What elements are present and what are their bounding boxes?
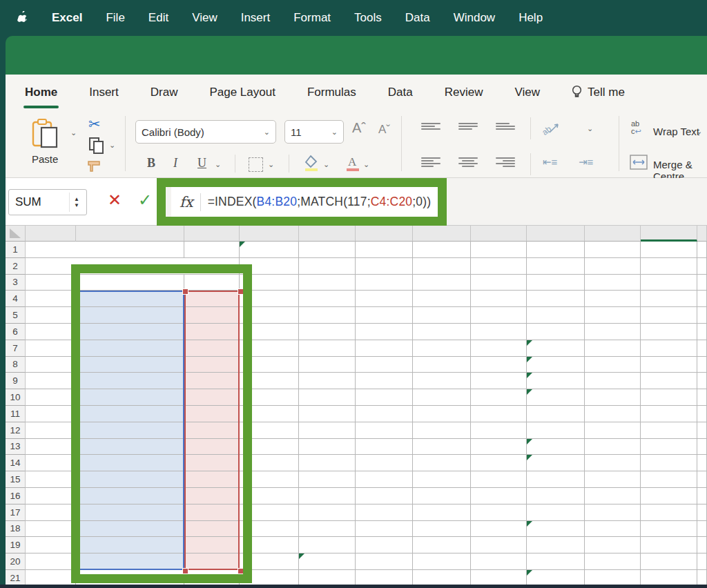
cell-B16[interactable] [76,488,184,504]
cell-D4[interactable] [240,291,299,307]
align-bottom-icon[interactable] [496,121,515,131]
table-header-5[interactable] [299,275,356,291]
cell-K17[interactable] [641,504,697,521]
cell-H12[interactable] [471,422,527,439]
cell-H16[interactable] [471,488,527,504]
cell-K20[interactable] [641,553,697,570]
cell-A11[interactable] [26,406,76,422]
cell-C15[interactable] [184,471,240,488]
cell-G12[interactable] [413,422,471,439]
cell-H4[interactable] [471,291,527,307]
tab-view[interactable]: View [514,86,540,99]
cell-D7[interactable] [240,340,299,357]
orientation-icon[interactable]: ab [543,119,562,139]
row-header-17[interactable]: 17 [6,504,26,521]
cell-K4[interactable] [641,291,697,307]
row-header-6[interactable]: 6 [6,324,26,340]
cell-r1[interactable] [697,242,707,258]
align-top-icon[interactable] [421,121,440,131]
cell-C7[interactable] [184,340,240,357]
cell-E8[interactable] [299,357,356,373]
cell-D1[interactable] [240,242,299,258]
cell-B6[interactable] [76,324,184,340]
cell-A7[interactable] [26,340,76,357]
cell-B4[interactable] [76,291,184,307]
cell-J4[interactable] [585,291,641,307]
cell-G7[interactable] [413,340,471,357]
cell-H5[interactable] [471,307,527,324]
cut-icon[interactable]: ✂ [88,116,101,133]
cell-B7[interactable] [76,340,184,357]
borders-chevron-icon[interactable]: ⌄ [268,160,274,169]
cell-I11[interactable] [527,406,585,422]
row-header-19[interactable]: 19 [6,537,26,553]
cell-A12[interactable] [26,422,76,439]
cell-r1[interactable] [299,242,356,258]
column-header-D[interactable] [240,226,299,242]
copy-chevron-icon[interactable]: ⌄ [109,141,115,150]
cell-D12[interactable] [240,422,299,439]
cell-F15[interactable] [356,471,413,488]
row-header-9[interactable]: 9 [6,373,26,389]
cell-B10[interactable] [76,389,184,406]
cell-H8[interactable] [471,357,527,373]
cell-K13[interactable] [641,439,697,455]
row-header-10[interactable]: 10 [6,389,26,406]
tab-insert[interactable]: Insert [89,86,119,99]
cell-A2[interactable] [26,258,240,275]
row-header-3[interactable]: 3 [6,275,26,291]
cell-J16[interactable] [585,488,641,504]
cell-r2[interactable] [413,258,471,275]
cell-B20[interactable] [76,553,184,570]
cell-I7[interactable] [527,340,585,357]
cell-r2[interactable] [585,258,641,275]
table-header-6[interactable] [356,275,413,291]
cell-L15[interactable] [697,471,707,488]
cell-D16[interactable] [240,488,299,504]
row-header-18[interactable]: 18 [6,521,26,538]
cell-L17[interactable] [697,504,707,521]
cell-C19[interactable] [184,537,240,553]
cell-A8[interactable] [26,357,76,373]
cell-J9[interactable] [585,373,641,389]
cell-A15[interactable] [26,471,76,488]
align-center-icon[interactable] [458,156,478,168]
cell-B18[interactable] [76,521,184,538]
cell-H18[interactable] [471,521,527,538]
cell-K5[interactable] [641,307,697,324]
cell-K12[interactable] [641,422,697,439]
fill-color-icon[interactable] [304,155,319,174]
cell-C6[interactable] [184,324,240,340]
cell-K9[interactable] [641,373,697,389]
cell-B14[interactable] [76,455,184,471]
cell-r1[interactable] [527,242,585,258]
cell-G14[interactable] [413,455,471,471]
column-header-G[interactable] [413,226,471,242]
cell-K14[interactable] [641,455,697,471]
column-header-K[interactable] [641,226,697,242]
cell-E16[interactable] [299,488,356,504]
cell-r1[interactable] [585,242,641,258]
column-header-partial[interactable] [697,226,707,242]
cell-G15[interactable] [413,471,471,488]
cell-H20[interactable] [471,553,527,570]
table-header-11[interactable] [641,275,697,291]
cell-E11[interactable] [299,406,356,422]
align-middle-icon[interactable] [458,121,478,131]
cell-A13[interactable] [26,439,76,455]
cell-I9[interactable] [527,373,585,389]
cell-L5[interactable] [697,307,707,324]
cell-D11[interactable] [240,406,299,422]
row-header-7[interactable]: 7 [6,340,26,357]
cell-C10[interactable] [184,389,240,406]
cell-H9[interactable] [471,373,527,389]
row-header-4[interactable]: 4 [6,291,26,307]
cell-L8[interactable] [697,357,707,373]
cell-E18[interactable] [299,521,356,538]
tab-draw[interactable]: Draw [151,86,178,99]
cell-I18[interactable] [527,521,585,538]
cell-r2[interactable] [356,258,413,275]
cell-r2[interactable] [641,258,697,275]
cell-L18[interactable] [697,521,707,538]
cell-I20[interactable] [527,553,585,570]
